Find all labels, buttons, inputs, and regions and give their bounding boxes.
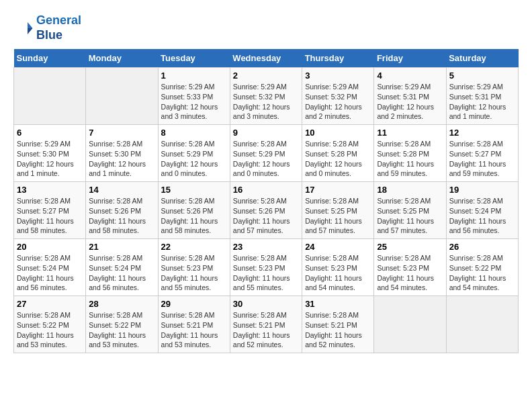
- weekday-header-friday: Friday: [374, 49, 446, 68]
- calendar-cell: 1Sunrise: 5:29 AM Sunset: 5:33 PM Daylig…: [158, 68, 230, 125]
- day-number: 25: [377, 242, 443, 252]
- logo: General Blue: [13, 13, 81, 42]
- calendar-cell: 30Sunrise: 5:28 AM Sunset: 5:21 PM Dayli…: [230, 296, 302, 353]
- weekday-header-saturday: Saturday: [446, 49, 518, 68]
- day-info: Sunrise: 5:29 AM Sunset: 5:33 PM Dayligh…: [161, 82, 227, 122]
- calendar-week-row: 6Sunrise: 5:29 AM Sunset: 5:30 PM Daylig…: [14, 125, 519, 182]
- weekday-header-thursday: Thursday: [302, 49, 374, 68]
- day-number: 21: [89, 242, 154, 252]
- calendar-cell: 10Sunrise: 5:28 AM Sunset: 5:28 PM Dayli…: [302, 125, 374, 182]
- day-number: 3: [305, 71, 371, 81]
- day-info: Sunrise: 5:28 AM Sunset: 5:27 PM Dayligh…: [449, 139, 515, 179]
- calendar-cell: 20Sunrise: 5:28 AM Sunset: 5:24 PM Dayli…: [14, 239, 86, 296]
- calendar-cell: 9Sunrise: 5:28 AM Sunset: 5:29 PM Daylig…: [230, 125, 302, 182]
- day-info: Sunrise: 5:28 AM Sunset: 5:22 PM Dayligh…: [17, 310, 83, 350]
- day-number: 5: [449, 71, 515, 81]
- day-info: Sunrise: 5:28 AM Sunset: 5:28 PM Dayligh…: [377, 139, 443, 179]
- weekday-header-row: SundayMondayTuesdayWednesdayThursdayFrid…: [14, 49, 519, 68]
- day-number: 1: [161, 71, 227, 81]
- day-number: 22: [161, 242, 227, 252]
- day-info: Sunrise: 5:28 AM Sunset: 5:28 PM Dayligh…: [305, 139, 371, 179]
- calendar-cell: 13Sunrise: 5:28 AM Sunset: 5:27 PM Dayli…: [14, 182, 86, 239]
- day-number: 24: [305, 242, 371, 252]
- day-number: 23: [233, 242, 299, 252]
- calendar-cell: 31Sunrise: 5:28 AM Sunset: 5:21 PM Dayli…: [302, 296, 374, 353]
- day-info: Sunrise: 5:28 AM Sunset: 5:21 PM Dayligh…: [161, 310, 227, 350]
- svg-marker-0: [28, 22, 33, 28]
- weekday-header-wednesday: Wednesday: [230, 49, 302, 68]
- day-number: 7: [89, 128, 154, 138]
- page-header: General Blue: [13, 13, 519, 42]
- day-number: 8: [161, 128, 227, 138]
- weekday-header-tuesday: Tuesday: [158, 49, 230, 68]
- day-info: Sunrise: 5:28 AM Sunset: 5:24 PM Dayligh…: [89, 253, 154, 293]
- day-number: 12: [449, 128, 515, 138]
- logo-icon: [13, 18, 34, 38]
- day-info: Sunrise: 5:28 AM Sunset: 5:22 PM Dayligh…: [449, 253, 515, 293]
- day-info: Sunrise: 5:28 AM Sunset: 5:26 PM Dayligh…: [89, 196, 154, 236]
- calendar-cell: 11Sunrise: 5:28 AM Sunset: 5:28 PM Dayli…: [374, 125, 446, 182]
- day-info: Sunrise: 5:28 AM Sunset: 5:23 PM Dayligh…: [161, 253, 227, 293]
- day-number: 13: [17, 185, 83, 195]
- day-number: 11: [377, 128, 443, 138]
- calendar-cell: [14, 68, 86, 125]
- calendar-week-row: 20Sunrise: 5:28 AM Sunset: 5:24 PM Dayli…: [14, 239, 519, 296]
- day-info: Sunrise: 5:28 AM Sunset: 5:23 PM Dayligh…: [233, 253, 299, 293]
- day-number: 27: [17, 299, 83, 309]
- day-info: Sunrise: 5:29 AM Sunset: 5:31 PM Dayligh…: [449, 82, 515, 122]
- weekday-header-monday: Monday: [86, 49, 158, 68]
- day-number: 10: [305, 128, 371, 138]
- day-info: Sunrise: 5:29 AM Sunset: 5:30 PM Dayligh…: [17, 139, 83, 179]
- day-number: 17: [305, 185, 371, 195]
- calendar-week-row: 27Sunrise: 5:28 AM Sunset: 5:22 PM Dayli…: [14, 296, 519, 353]
- day-info: Sunrise: 5:28 AM Sunset: 5:25 PM Dayligh…: [305, 196, 371, 236]
- calendar-cell: 18Sunrise: 5:28 AM Sunset: 5:25 PM Dayli…: [374, 182, 446, 239]
- day-info: Sunrise: 5:28 AM Sunset: 5:30 PM Dayligh…: [89, 139, 154, 179]
- day-number: 28: [89, 299, 154, 309]
- day-number: 20: [17, 242, 83, 252]
- day-info: Sunrise: 5:28 AM Sunset: 5:27 PM Dayligh…: [17, 196, 83, 236]
- calendar-cell: 7Sunrise: 5:28 AM Sunset: 5:30 PM Daylig…: [86, 125, 158, 182]
- day-info: Sunrise: 5:29 AM Sunset: 5:31 PM Dayligh…: [377, 82, 443, 122]
- calendar-cell: 6Sunrise: 5:29 AM Sunset: 5:30 PM Daylig…: [14, 125, 86, 182]
- day-number: 29: [161, 299, 227, 309]
- calendar-cell: 27Sunrise: 5:28 AM Sunset: 5:22 PM Dayli…: [14, 296, 86, 353]
- calendar-table: SundayMondayTuesdayWednesdayThursdayFrid…: [13, 49, 519, 353]
- calendar-cell: 21Sunrise: 5:28 AM Sunset: 5:24 PM Dayli…: [86, 239, 158, 296]
- calendar-cell: 8Sunrise: 5:28 AM Sunset: 5:29 PM Daylig…: [158, 125, 230, 182]
- calendar-cell: 17Sunrise: 5:28 AM Sunset: 5:25 PM Dayli…: [302, 182, 374, 239]
- day-info: Sunrise: 5:29 AM Sunset: 5:32 PM Dayligh…: [233, 82, 299, 122]
- day-number: 6: [17, 128, 83, 138]
- calendar-cell: 24Sunrise: 5:28 AM Sunset: 5:23 PM Dayli…: [302, 239, 374, 296]
- day-info: Sunrise: 5:28 AM Sunset: 5:25 PM Dayligh…: [377, 196, 443, 236]
- day-info: Sunrise: 5:28 AM Sunset: 5:29 PM Dayligh…: [233, 139, 299, 179]
- day-number: 14: [89, 185, 154, 195]
- calendar-cell: 19Sunrise: 5:28 AM Sunset: 5:24 PM Dayli…: [446, 182, 518, 239]
- day-info: Sunrise: 5:29 AM Sunset: 5:32 PM Dayligh…: [305, 82, 371, 122]
- day-info: Sunrise: 5:28 AM Sunset: 5:24 PM Dayligh…: [449, 196, 515, 236]
- day-info: Sunrise: 5:28 AM Sunset: 5:23 PM Dayligh…: [305, 253, 371, 293]
- calendar-cell: 14Sunrise: 5:28 AM Sunset: 5:26 PM Dayli…: [86, 182, 158, 239]
- calendar-cell: 29Sunrise: 5:28 AM Sunset: 5:21 PM Dayli…: [158, 296, 230, 353]
- day-number: 31: [305, 299, 371, 309]
- day-info: Sunrise: 5:28 AM Sunset: 5:21 PM Dayligh…: [233, 310, 299, 350]
- calendar-week-row: 1Sunrise: 5:29 AM Sunset: 5:33 PM Daylig…: [14, 68, 519, 125]
- calendar-cell: 15Sunrise: 5:28 AM Sunset: 5:26 PM Dayli…: [158, 182, 230, 239]
- day-number: 18: [377, 185, 443, 195]
- day-info: Sunrise: 5:28 AM Sunset: 5:22 PM Dayligh…: [89, 310, 154, 350]
- calendar-cell: 25Sunrise: 5:28 AM Sunset: 5:23 PM Dayli…: [374, 239, 446, 296]
- day-number: 4: [377, 71, 443, 81]
- day-number: 16: [233, 185, 299, 195]
- day-info: Sunrise: 5:28 AM Sunset: 5:24 PM Dayligh…: [17, 253, 83, 293]
- day-number: 26: [449, 242, 515, 252]
- calendar-cell: [374, 296, 446, 353]
- day-number: 9: [233, 128, 299, 138]
- weekday-header-sunday: Sunday: [14, 49, 86, 68]
- day-info: Sunrise: 5:28 AM Sunset: 5:21 PM Dayligh…: [305, 310, 371, 350]
- calendar-cell: 22Sunrise: 5:28 AM Sunset: 5:23 PM Dayli…: [158, 239, 230, 296]
- day-number: 2: [233, 71, 299, 81]
- day-number: 15: [161, 185, 227, 195]
- calendar-cell: 28Sunrise: 5:28 AM Sunset: 5:22 PM Dayli…: [86, 296, 158, 353]
- calendar-cell: [446, 296, 518, 353]
- calendar-cell: 26Sunrise: 5:28 AM Sunset: 5:22 PM Dayli…: [446, 239, 518, 296]
